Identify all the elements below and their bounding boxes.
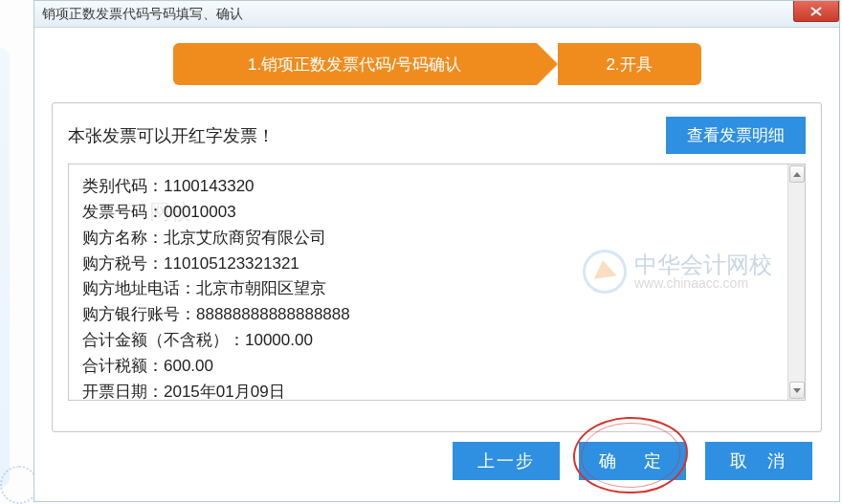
value: 88888888888888888 bbox=[196, 305, 350, 323]
field-buyer-tax-id: 购方税号：110105123321321 bbox=[82, 252, 791, 277]
field-total-tax: 合计税额：600.00 bbox=[82, 354, 791, 380]
label: 购方地址电话： bbox=[82, 279, 196, 297]
label: 购方银行账号： bbox=[82, 305, 196, 323]
label: 发票号码： bbox=[82, 203, 164, 221]
value: 00010003 bbox=[164, 203, 236, 221]
field-buyer-address-phone: 购方地址电话：北京市朝阳区望京 bbox=[82, 276, 791, 302]
label: 购方税号： bbox=[82, 254, 164, 273]
step-2-label: 2.开具 bbox=[606, 54, 652, 76]
card-header: 本张发票可以开红字发票！ 查看发票明细 bbox=[68, 117, 806, 154]
field-buyer-bank-account: 购方银行账号：88888888888888888 bbox=[82, 302, 791, 328]
edge-dotted-circle bbox=[0, 466, 38, 504]
field-category-code: 类别代码：1100143320 bbox=[82, 174, 791, 200]
value: 2015年01月09日 bbox=[164, 383, 285, 401]
label: 类别代码： bbox=[82, 177, 164, 195]
label: 合计金额（不含税）： bbox=[82, 331, 245, 349]
value: 北京艾欣商贸有限公司 bbox=[164, 229, 326, 247]
step-1-label: 1.销项正数发票代码/号码确认 bbox=[248, 54, 461, 76]
label: 合计税额： bbox=[82, 357, 164, 375]
value: 110105123321321 bbox=[164, 254, 299, 273]
label: 开票日期： bbox=[82, 383, 164, 401]
label: 购方名称： bbox=[82, 229, 164, 247]
edge-decoration bbox=[0, 48, 10, 488]
window-title: 销项正数发票代码号码填写、确认 bbox=[42, 6, 243, 23]
value: 北京市朝阳区望京 bbox=[196, 279, 326, 297]
title-bar: 销项正数发票代码号码填写、确认 bbox=[34, 1, 839, 28]
step-indicator: 1.销项正数发票代码/号码确认 2.开具 bbox=[34, 43, 839, 85]
content-card: 本张发票可以开红字发票！ 查看发票明细 类别代码：1100143320 发票号码… bbox=[52, 102, 822, 432]
previous-step-button[interactable]: 上一步 bbox=[453, 442, 560, 480]
field-total-amount-excl-tax: 合计金额（不含税）：10000.00 bbox=[82, 328, 791, 354]
value: 600.00 bbox=[164, 357, 213, 375]
dialog-footer: 上一步 确 定 取 消 bbox=[453, 442, 812, 480]
step-1: 1.销项正数发票代码/号码确认 bbox=[173, 43, 537, 85]
confirm-button[interactable]: 确 定 bbox=[579, 442, 686, 480]
step-2: 2.开具 bbox=[558, 43, 701, 85]
scrollbar-up-icon[interactable] bbox=[789, 165, 805, 183]
dialog-window: 销项正数发票代码号码填写、确认 1.销项正数发票代码/号码确认 2.开具 本张发… bbox=[33, 0, 840, 502]
scrollbar-down-icon[interactable] bbox=[789, 382, 805, 399]
close-icon bbox=[809, 6, 823, 17]
value: 10000.00 bbox=[245, 331, 313, 349]
field-buyer-name: 购方名称：北京艾欣商贸有限公司 bbox=[82, 226, 791, 252]
field-invoice-date: 开票日期：2015年01月09日 bbox=[82, 380, 791, 401]
close-button[interactable] bbox=[793, 1, 839, 22]
value: 1100143320 bbox=[164, 177, 255, 195]
view-invoice-detail-button[interactable]: 查看发票明细 bbox=[666, 117, 806, 154]
field-invoice-number: 发票号码：00010003 bbox=[82, 200, 791, 226]
scrollbar-track[interactable] bbox=[787, 164, 805, 400]
red-invoice-notice: 本张发票可以开红字发票！ bbox=[68, 124, 275, 147]
cancel-button[interactable]: 取 消 bbox=[705, 442, 812, 480]
invoice-info-panel: 类别代码：1100143320 发票号码：00010003 购方名称：北京艾欣商… bbox=[68, 164, 806, 401]
